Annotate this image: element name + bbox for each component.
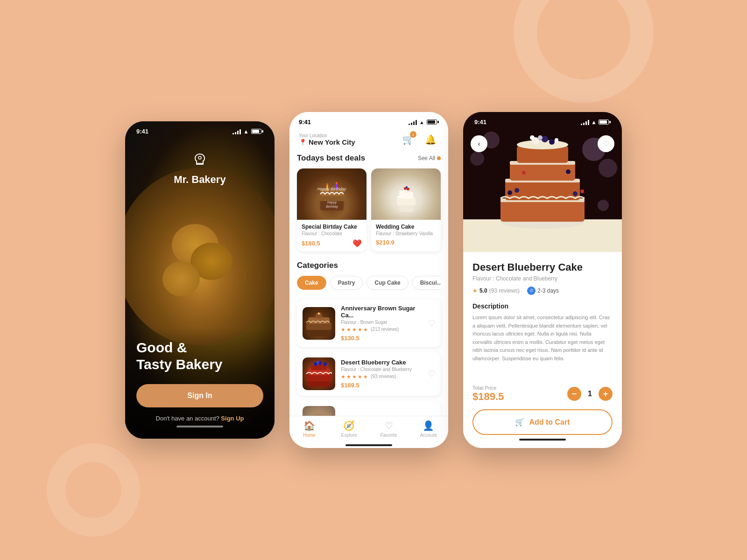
battery-icon <box>251 129 263 134</box>
sb3-3 <box>585 121 587 125</box>
back-icon: ‹ <box>478 140 480 147</box>
deal-1-flavor: Flavour : Chocolate <box>302 231 362 236</box>
product-1-heart[interactable]: ♡ <box>428 318 435 329</box>
increase-qty-button[interactable]: + <box>599 387 613 401</box>
svg-point-0 <box>198 156 201 159</box>
phone-detail: 9:41 ▲ <box>463 112 622 448</box>
svg-point-16 <box>406 186 408 188</box>
delivery-time: 2-3 days <box>537 287 559 294</box>
deal-1-heart[interactable]: ❤️ <box>352 239 362 248</box>
phone-home: 9:41 ▲ <box>289 112 448 448</box>
status-bar-3: 9:41 ▲ <box>463 119 622 126</box>
home-scroll-content[interactable]: Todays best deals See All <box>289 154 448 416</box>
home-indicator-1 <box>176 426 223 427</box>
category-biscuit[interactable]: Biscui... <box>412 276 441 290</box>
product-2-stars: ★ ★ ★ ★ ★ (93 reviews) <box>341 374 422 380</box>
product-1-name: Anniversary Brown Sugar Ca... <box>341 305 422 319</box>
svg-point-58 <box>580 189 584 193</box>
wedding-cake-svg <box>388 173 425 215</box>
desc-title: Description <box>472 302 613 310</box>
rating-count: (93 reviews) <box>489 287 520 294</box>
phone-detail-inner: 9:41 ▲ <box>463 112 622 448</box>
deal-1-price: $180.5 <box>302 240 320 247</box>
category-cupcake[interactable]: Cup Cake <box>366 276 408 290</box>
header-icons: 🛒 2 🔔 <box>400 131 439 148</box>
add-to-cart-button[interactable]: 🛒 Add to Cart <box>472 409 613 435</box>
signal-bar-4 <box>240 129 241 134</box>
deal-card-1[interactable]: Happy Birthday <box>297 168 366 252</box>
quantity-display: 1 <box>588 390 592 398</box>
favorite-button[interactable]: ♡ <box>598 135 614 152</box>
star2: ★ <box>346 327 351 333</box>
explore-label: Explore <box>341 433 357 438</box>
location-info: Your Location 📍 New York City <box>299 133 355 146</box>
star-p2-5: ★ <box>363 374 368 380</box>
status-icons-1: ▲ <box>233 128 263 135</box>
product-detail-name: Desert Blueberry Cake <box>472 261 613 273</box>
back-button[interactable]: ‹ <box>471 135 487 152</box>
logo-icon <box>190 149 210 170</box>
product-item-2[interactable]: Desert Blueberry Cake Flavour : Chocolat… <box>297 352 441 396</box>
rating-badge: ★ 5.0 (93 reviews) <box>472 287 520 294</box>
favorite-icon: ♡ <box>385 420 393 431</box>
notifications-button[interactable]: 🔔 <box>422 131 439 148</box>
star5: ★ <box>363 327 368 333</box>
category-pastry[interactable]: Pastry <box>330 276 363 290</box>
star-p2-2: ★ <box>346 374 351 380</box>
svg-point-57 <box>573 191 578 196</box>
deal-2-price: $210.9 <box>376 239 395 246</box>
deal-2-name: Wedding Cake <box>376 224 436 230</box>
nav-explore[interactable]: 🧭 Explore <box>329 420 369 438</box>
product-2-heart[interactable]: ♡ <box>428 369 435 379</box>
decrease-qty-button[interactable]: − <box>567 387 581 401</box>
product-item-3[interactable]: Special Birtday Cake <box>297 400 441 416</box>
heart-icon: ♡ <box>603 140 609 148</box>
nav-account[interactable]: 👤 Account <box>409 420 448 438</box>
account-label: Account <box>420 433 437 438</box>
svg-point-29 <box>317 361 319 364</box>
birthday-cake-svg: Happy Birthday <box>313 173 351 215</box>
signal-bar-1 <box>233 133 234 134</box>
svg-text:Birthday: Birthday <box>326 205 338 209</box>
svg-point-59 <box>522 171 526 175</box>
svg-point-48 <box>517 140 568 149</box>
signin-button[interactable]: Sign In <box>136 384 263 407</box>
brown-sugar-cake-svg <box>303 307 335 340</box>
battery-fill-2 <box>428 120 435 124</box>
cart-btn-icon: 🛒 <box>515 418 524 427</box>
wifi-icon: ▲ <box>243 128 249 135</box>
product-item-1[interactable]: Anniversary Brown Sugar Ca... Flavour : … <box>297 299 441 347</box>
battery-body <box>251 129 261 134</box>
status-bar-1: 9:41 ▲ <box>125 128 275 135</box>
svg-point-9 <box>336 182 338 184</box>
logo-text: Mr. Bakery <box>174 174 226 186</box>
categories-pills: Cake Pastry Cup Cake Biscui... <box>297 276 441 292</box>
svg-point-50 <box>542 136 548 142</box>
cart-button[interactable]: 🛒 2 <box>400 131 416 148</box>
sb3-2 <box>583 123 585 125</box>
nav-favorite[interactable]: ♡ Favorite <box>369 420 409 438</box>
signup-link[interactable]: Sign Up <box>221 415 244 422</box>
nav-home[interactable]: 🏠 Home <box>289 420 329 438</box>
svg-point-35 <box>599 159 617 177</box>
see-all-button[interactable]: See All <box>418 155 441 161</box>
explore-icon: 🧭 <box>343 420 355 431</box>
deal-card-2[interactable]: Wedding Cake Flavour : Strawberry Vanill… <box>371 168 441 252</box>
home-label: Home <box>303 433 316 438</box>
city-name: 📍 New York City <box>299 138 355 146</box>
svg-rect-6 <box>326 185 328 190</box>
location-label: Your Location <box>299 133 355 138</box>
delivery-icon: ⏱ <box>527 287 536 295</box>
battery-fill <box>252 130 259 133</box>
star-p2-4: ★ <box>358 374 362 380</box>
product-2-price: $189.5 <box>341 382 422 389</box>
product-2-reviews: (93 reviews) <box>371 374 396 380</box>
product-1-stars: ★ ★ ★ ★ ★ (213 reviews) <box>341 327 422 333</box>
phones-container: 9:41 ▲ <box>125 112 622 448</box>
product-1-flavor: Flavour : Brown Sugar <box>341 320 422 325</box>
product-list: Anniversary Brown Sugar Ca... Flavour : … <box>297 299 441 416</box>
home-header: Your Location 📍 New York City 🛒 2 🔔 <box>289 129 448 154</box>
total-section: Total Price $189.5 <box>472 385 504 403</box>
categories-section: Categories Cake Pastry Cup Cake Biscui..… <box>297 261 441 292</box>
category-cake[interactable]: Cake <box>297 276 326 290</box>
